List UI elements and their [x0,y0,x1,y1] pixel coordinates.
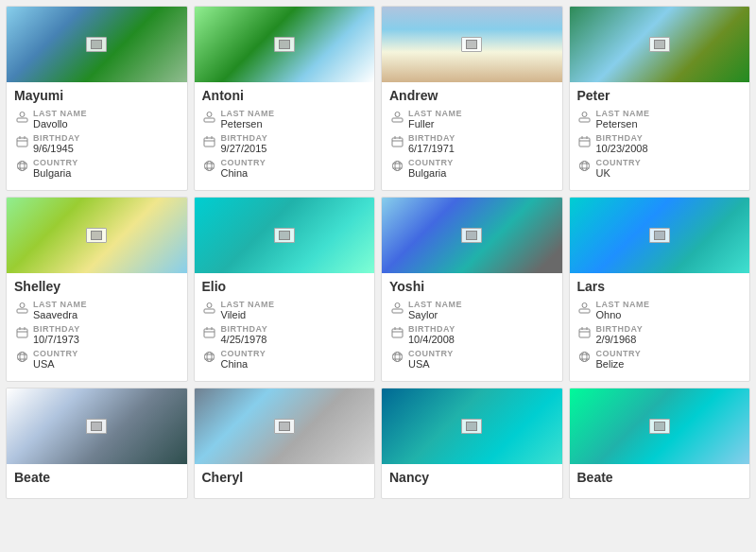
card-shelley[interactable]: Shelley LAST NAME Saavedra BIRTHDAY 10/7… [6,197,188,382]
last-name-label: LAST NAME [596,109,650,118]
card-beate1[interactable]: Beate [6,388,188,499]
card-nancy[interactable]: Nancy [381,388,563,499]
card-image [7,198,187,273]
country-icon [202,158,217,173]
svg-rect-52 [204,329,215,337]
birthday-value: 9/27/2015 [221,143,268,154]
card-beate2[interactable]: Beate [569,388,751,499]
birthday-field: BIRTHDAY 9/6/1945 [14,133,180,154]
svg-point-67 [395,352,400,361]
birthday-icon [14,324,29,339]
image-placeholder [382,198,562,273]
svg-rect-12 [204,138,215,147]
birthday-label: BIRTHDAY [221,133,268,143]
last-name-label: LAST NAME [33,109,87,118]
country-field: COUNTRY UK [577,158,743,179]
last-name-icon [202,300,217,315]
birthday-value: 4/25/1978 [221,334,268,345]
image-placeholder [195,388,375,464]
birthday-value: 6/17/1971 [408,143,455,154]
card-body: Elio LAST NAME Vileid BIRTHDAY 4/25/1978 [195,273,375,381]
country-icon [389,158,404,173]
card-image [570,198,750,273]
svg-point-57 [207,352,212,361]
card-name: Antoni [202,88,368,103]
country-field: COUNTRY China [202,158,368,179]
country-value: USA [408,358,454,370]
birthday-icon [389,133,404,148]
card-peter[interactable]: Peter LAST NAME Petersen BIRTHDAY 10/23/… [569,6,751,191]
card-name: Beate [14,470,180,485]
country-field: COUNTRY Belize [577,349,743,370]
svg-rect-70 [579,309,590,313]
svg-point-31 [582,112,587,116]
image-overlay-icon [86,228,107,243]
card-body: Peter LAST NAME Petersen BIRTHDAY 10/23/… [570,82,750,190]
image-overlay-icon [274,419,295,434]
card-lars[interactable]: Lars LAST NAME Ohno BIRTHDAY 2/9/1968 [569,197,751,382]
country-label: COUNTRY [33,349,78,358]
svg-point-27 [395,161,400,170]
card-image [570,7,750,82]
svg-rect-42 [17,329,27,337]
image-overlay-icon [86,419,107,434]
last-name-label: LAST NAME [596,300,650,309]
birthday-field: BIRTHDAY 10/4/2008 [389,324,555,345]
svg-point-41 [20,302,25,307]
birthday-label: BIRTHDAY [221,324,268,334]
card-body: Beate [7,464,187,498]
country-field: COUNTRY Bulgaria [389,158,555,179]
birthday-icon [202,133,217,148]
last-name-icon [577,109,593,124]
country-field: COUNTRY China [202,349,368,370]
card-yoshi[interactable]: Yoshi LAST NAME Saylor BIRTHDAY 10/4/200… [381,197,563,382]
image-overlay-icon [274,228,295,243]
birthday-icon [202,324,217,339]
last-name-value: Vileid [221,309,275,320]
last-name-icon [389,300,404,315]
country-field: COUNTRY USA [14,349,180,370]
birthday-label: BIRTHDAY [596,133,648,143]
svg-point-77 [582,352,587,361]
card-name: Yoshi [389,279,555,294]
card-body: Yoshi LAST NAME Saylor BIRTHDAY 10/4/200… [382,273,562,381]
image-placeholder [382,7,562,82]
card-antoni[interactable]: Antoni LAST NAME Petersen BIRTHDAY 9/27/… [194,6,376,191]
last-name-field: LAST NAME Fuller [389,109,555,129]
card-body: Mayumi LAST NAME Davollo BIRTHDAY 9/6/19… [7,82,187,190]
card-mayumi[interactable]: Mayumi LAST NAME Davollo BIRTHDAY 9/6/19… [6,6,188,191]
card-body: Shelley LAST NAME Saavedra BIRTHDAY 10/7… [7,273,187,381]
svg-point-76 [580,352,590,361]
country-label: COUNTRY [408,349,454,358]
card-cheryl[interactable]: Cheryl [194,388,376,499]
page-container[interactable]: Mayumi LAST NAME Davollo BIRTHDAY 9/6/19… [0,0,756,552]
image-overlay-icon [86,37,107,52]
svg-rect-22 [392,138,403,147]
country-icon [14,158,29,173]
country-value: UK [596,167,642,179]
birthday-value: 10/7/1973 [33,334,80,345]
last-name-value: Fuller [408,118,462,129]
card-image [195,7,375,82]
birthday-icon [577,324,593,339]
svg-point-16 [205,161,215,170]
card-image [195,198,375,273]
svg-point-1 [20,112,25,116]
country-value: China [221,167,266,179]
last-name-field: LAST NAME Saylor [389,300,555,320]
birthday-value: 10/23/2008 [596,143,648,154]
card-name: Lars [577,279,743,294]
image-placeholder [570,198,750,273]
svg-point-6 [17,161,26,170]
image-overlay-icon [461,37,482,52]
card-name: Andrew [389,88,555,103]
country-icon [14,349,29,364]
card-image [382,7,562,82]
birthday-icon [577,133,593,148]
card-name: Beate [577,470,743,485]
card-andrew[interactable]: Andrew LAST NAME Fuller BIRTHDAY 6/17/19… [381,6,563,191]
last-name-icon [577,300,593,315]
svg-point-17 [207,161,212,170]
last-name-icon [14,109,29,124]
card-elio[interactable]: Elio LAST NAME Vileid BIRTHDAY 4/25/1978 [194,197,376,382]
